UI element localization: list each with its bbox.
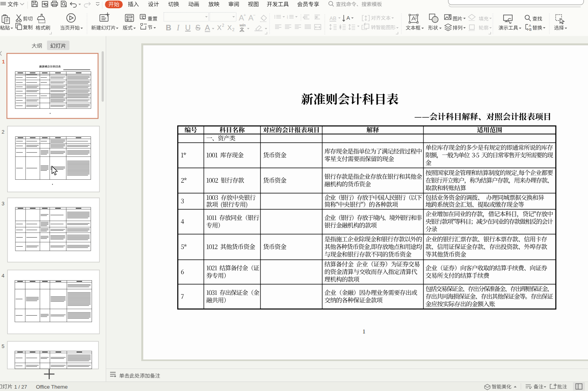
svg-text:5: 5 [2,343,4,349]
svg-text:A: A [346,15,350,21]
svg-text:X: X [227,24,232,32]
svg-text:−: − [253,13,255,17]
svg-text:AB: AB [330,15,336,21]
svg-text:B: B [166,23,171,32]
svg-text:2: 2 [2,129,4,135]
svg-text:4: 4 [2,273,4,279]
svg-text:B: B [529,28,532,32]
svg-text:I: I [176,23,180,32]
svg-text:1 / 27: 1 / 27 [14,384,27,390]
svg-text:U: U [185,23,191,32]
svg-text:wén: wén [239,23,246,27]
svg-text:S: S [195,23,200,32]
svg-text:1: 1 [363,328,366,335]
svg-text:2: 2 [232,28,235,32]
svg-text:X: X [217,24,221,32]
svg-text:1: 1 [2,59,5,65]
svg-text:A: A [205,23,210,32]
svg-text:Office Theme: Office Theme [36,384,68,390]
svg-text:A: A [529,24,531,28]
svg-text:+: + [243,13,246,17]
svg-text:2: 2 [222,23,225,28]
svg-text:3: 3 [2,201,4,207]
